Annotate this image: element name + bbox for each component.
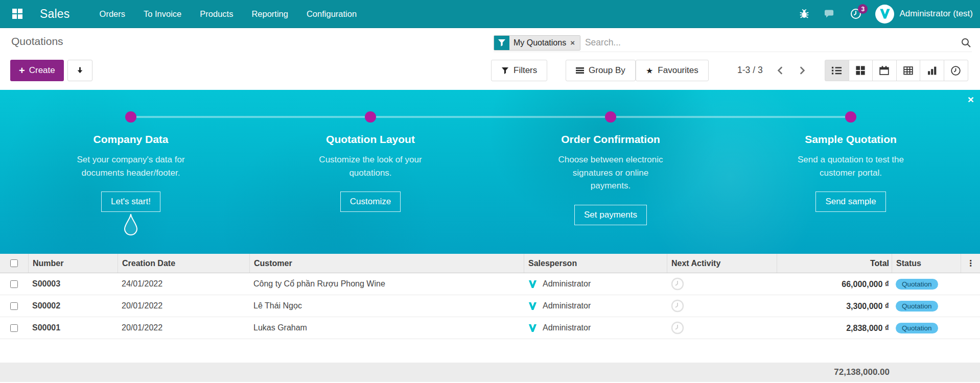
table-header-row: Number Creation Date Customer Salesperso… <box>0 254 980 273</box>
export-button[interactable] <box>67 60 92 81</box>
chevron-right-icon <box>797 65 807 76</box>
view-kanban-button[interactable] <box>849 60 873 81</box>
messages-icon[interactable] <box>823 8 836 20</box>
pivot-view-icon <box>903 65 914 76</box>
view-graph-button[interactable] <box>920 60 944 81</box>
remove-facet-button[interactable]: × <box>566 38 579 47</box>
customize-button[interactable]: Customize <box>340 192 401 212</box>
onboarding-step-order-confirmation: Order Confirmation Choose between electr… <box>519 133 703 225</box>
favourites-button[interactable]: ★ Favourites <box>636 60 709 81</box>
graph-view-icon <box>927 65 937 76</box>
select-all-checkbox[interactable] <box>10 259 18 267</box>
apps-menu-button[interactable] <box>10 7 25 21</box>
view-activity-button[interactable] <box>944 60 968 81</box>
view-pivot-button[interactable] <box>896 60 921 81</box>
onboarding-step-company-data: Company Data Set your company's data for… <box>39 133 223 238</box>
send-sample-button[interactable]: Send sample <box>815 192 885 212</box>
column-header-total[interactable]: Total <box>777 254 892 273</box>
step-description: Customize the look of your quotations. <box>307 153 434 179</box>
chevron-left-icon <box>775 65 785 76</box>
salesperson-avatar <box>528 279 538 289</box>
close-banner-button[interactable]: × <box>968 94 974 105</box>
cell-salesperson: Administrator <box>543 301 591 310</box>
set-payments-button[interactable]: Set payments <box>574 205 647 225</box>
user-menu[interactable]: Administrator (test) <box>875 5 973 23</box>
next-activity-clock-icon[interactable] <box>667 299 777 313</box>
search-input[interactable] <box>585 37 958 48</box>
salesperson-avatar <box>528 301 538 311</box>
row-checkbox[interactable] <box>10 324 18 332</box>
plus-icon: + <box>19 65 25 76</box>
step-dot-company-data <box>125 111 136 123</box>
column-header-next-activity[interactable]: Next Activity <box>667 254 777 273</box>
cell-number: S00003 <box>28 279 118 289</box>
step-description: Set your company's data for documents he… <box>64 153 198 179</box>
v-logo-icon <box>879 8 891 20</box>
pager-next-button[interactable] <box>794 62 811 79</box>
search-facet-label: My Quotations <box>514 38 566 47</box>
column-header-creation-date[interactable]: Creation Date <box>118 254 249 273</box>
cell-customer: Công ty Cổ phần Rượu Phong Wine <box>249 279 524 289</box>
control-panel: Quotations My Quotations × + <box>0 28 980 90</box>
cell-customer: Lukas Graham <box>249 323 524 332</box>
lets-start-button[interactable]: Let's start! <box>101 192 160 212</box>
kanban-view-icon <box>855 65 866 76</box>
menu-reporting[interactable]: Reporting <box>251 9 288 19</box>
step-title: Quotation Layout <box>278 133 462 146</box>
next-activity-clock-icon[interactable] <box>667 277 777 291</box>
cell-total: 2,838,000 ₫ <box>777 317 892 339</box>
menu-to-invoice[interactable]: To Invoice <box>144 9 181 19</box>
onboarding-step-sample-quotation: Sample Quotation Send a quotation to tes… <box>759 133 943 212</box>
view-calendar-button[interactable] <box>872 60 897 81</box>
top-navbar: Sales Orders To Invoice Products Reporti… <box>0 0 980 28</box>
cell-creation-date: 24/01/2022 <box>118 279 249 289</box>
cell-creation-date: 20/01/2022 <box>118 323 249 332</box>
app-name[interactable]: Sales <box>40 7 70 21</box>
menu-orders[interactable]: Orders <box>100 9 125 19</box>
view-list-button[interactable] <box>825 60 849 81</box>
cell-salesperson: Administrator <box>543 323 591 332</box>
page-title: Quotations <box>11 35 63 47</box>
group-by-button[interactable]: Group By <box>566 60 636 81</box>
menu-configuration[interactable]: Configuration <box>307 9 357 19</box>
water-drop-icon <box>39 213 223 238</box>
filters-label: Filters <box>514 65 537 76</box>
next-activity-clock-icon[interactable] <box>667 321 777 334</box>
table-row-s00002[interactable]: S00002 20/01/2022 Lê Thái Ngọc Administr… <box>0 295 980 317</box>
column-header-number[interactable]: Number <box>28 254 118 273</box>
apps-grid-icon <box>12 8 23 19</box>
onboarding-banner: × Company Data Set your company's data f… <box>0 90 980 254</box>
column-header-salesperson[interactable]: Salesperson <box>524 254 667 273</box>
list-footer: 72,138,000.00 <box>0 363 980 382</box>
menu-products[interactable]: Products <box>200 9 233 19</box>
user-name: Administrator (test) <box>899 9 973 19</box>
avatar <box>875 5 894 23</box>
activities-clock-icon[interactable]: 3 <box>850 8 862 20</box>
progress-line <box>131 116 851 118</box>
row-checkbox[interactable] <box>10 302 18 310</box>
activity-count-badge: 3 <box>858 4 868 14</box>
table-row-s00001[interactable]: S00001 20/01/2022 Lukas Graham Administr… <box>0 317 980 339</box>
filters-button[interactable]: Filters <box>491 60 547 81</box>
salesperson-avatar <box>528 323 538 333</box>
cell-creation-date: 20/01/2022 <box>118 301 249 310</box>
debug-bug-icon[interactable] <box>799 8 810 20</box>
column-header-status[interactable]: Status <box>892 254 961 273</box>
download-arrow-icon <box>76 66 84 75</box>
main-menu: Orders To Invoice Products Reporting Con… <box>100 9 357 19</box>
onboarding-step-quotation-layout: Quotation Layout Customize the look of y… <box>278 133 462 212</box>
step-description: Choose between electronic signatures or … <box>552 153 669 193</box>
search-facet: My Quotations × <box>494 35 580 51</box>
optional-columns-toggle[interactable]: ⋮ <box>967 258 975 268</box>
activity-view-clock-icon <box>950 65 961 76</box>
quotations-table: Number Creation Date Customer Salesperso… <box>0 254 980 339</box>
step-title: Order Confirmation <box>519 133 703 146</box>
search-icon[interactable] <box>961 37 972 49</box>
create-button[interactable]: + Create <box>10 60 64 81</box>
table-row-s00003[interactable]: S00003 24/01/2022 Công ty Cổ phần Rượu P… <box>0 273 980 295</box>
column-header-customer[interactable]: Customer <box>249 254 524 273</box>
pager-previous-button[interactable] <box>772 62 789 79</box>
group-by-bars-icon <box>576 67 584 74</box>
row-checkbox[interactable] <box>10 280 18 288</box>
favourites-label: Favourites <box>658 65 698 76</box>
